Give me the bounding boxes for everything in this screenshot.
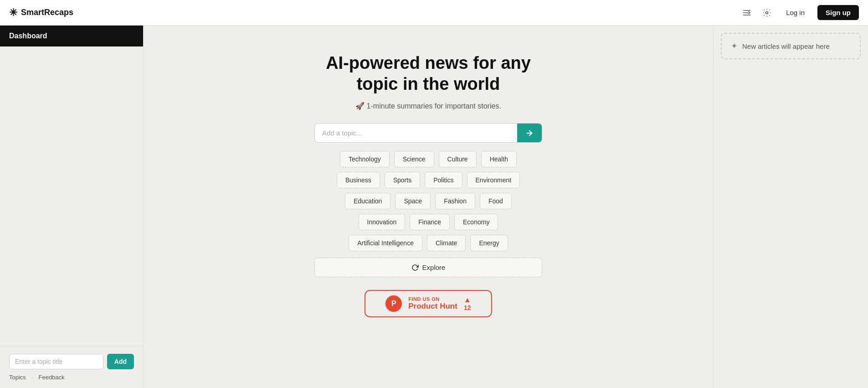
product-hunt-count: ▲ 12 [464, 296, 471, 311]
product-hunt-badge[interactable]: P FIND US ON Product Hunt ▲ 12 [365, 290, 492, 317]
main-content: AI-powered news for any topic in the wor… [144, 26, 713, 388]
topics-link[interactable]: Topics [9, 374, 26, 381]
svg-point-3 [766, 11, 768, 14]
signup-button[interactable]: Sign up [817, 5, 859, 20]
login-button[interactable]: Log in [781, 6, 810, 19]
topics-row-4: Innovation Finance Economy [314, 214, 542, 230]
topic-search-input[interactable] [315, 124, 517, 142]
search-submit-button[interactable] [517, 124, 542, 142]
explore-button[interactable]: Explore [314, 258, 542, 277]
topic-input[interactable] [9, 354, 103, 369]
topic-economy[interactable]: Economy [454, 214, 498, 230]
settings-icon-button[interactable] [760, 6, 773, 19]
topnav-right: Log in Sign up [740, 5, 859, 20]
topic-food[interactable]: Food [480, 193, 512, 209]
topics-grid: Technology Science Culture Health Busine… [314, 151, 542, 251]
logo-star-icon: ✳ [9, 7, 17, 19]
topics-row-1: Technology Science Culture Health [314, 151, 542, 167]
gear-icon [762, 8, 771, 17]
right-panel: ✦ New articles will appear here [713, 26, 868, 388]
topic-business[interactable]: Business [337, 172, 380, 188]
topic-technology[interactable]: Technology [340, 151, 390, 167]
topic-education[interactable]: Education [345, 193, 390, 209]
topic-space[interactable]: Space [395, 193, 431, 209]
add-topic-row: Add [9, 354, 134, 369]
product-hunt-logo: P [385, 295, 402, 312]
new-articles-text: New articles will appear here [742, 42, 830, 50]
topic-science[interactable]: Science [394, 151, 434, 167]
new-articles-box: ✦ New articles will appear here [721, 33, 861, 59]
topic-climate[interactable]: Climate [427, 235, 466, 251]
product-hunt-name: Product Hunt [408, 302, 457, 311]
list-icon-button[interactable] [740, 6, 753, 19]
topics-row-5: Artificial Intelligence Climate Energy [314, 235, 542, 251]
main-layout: Dashboard Add Topics · Feedback AI-power… [0, 0, 868, 388]
sidebar: Dashboard Add Topics · Feedback [0, 26, 144, 388]
topic-fashion[interactable]: Fashion [435, 193, 475, 209]
explore-label: Explore [422, 264, 446, 271]
topic-sports[interactable]: Sports [385, 172, 420, 188]
feedback-link[interactable]: Feedback [38, 374, 64, 381]
sidebar-footer: Add Topics · Feedback [0, 346, 143, 388]
upvote-arrow-icon: ▲ [464, 296, 471, 304]
logo-text: SmartRecaps [21, 8, 73, 17]
list-icon [742, 8, 751, 17]
search-bar [314, 123, 542, 143]
topic-innovation[interactable]: Innovation [359, 214, 406, 230]
topics-row-3: Education Space Fashion Food [314, 193, 542, 209]
logo: ✳ SmartRecaps [9, 7, 73, 19]
sidebar-links: Topics · Feedback [9, 374, 134, 381]
add-topic-button[interactable]: Add [107, 354, 134, 369]
refresh-icon [411, 264, 419, 271]
link-separator: · [31, 374, 33, 381]
topic-health[interactable]: Health [481, 151, 517, 167]
topic-politics[interactable]: Politics [425, 172, 462, 188]
topic-environment[interactable]: Environment [467, 172, 520, 188]
topics-row-2: Business Sports Politics Environment [314, 172, 542, 188]
hero-section: AI-powered news for any topic in the wor… [314, 53, 542, 317]
topic-artificial-intelligence[interactable]: Artificial Intelligence [349, 235, 422, 251]
product-hunt-letter: P [391, 300, 396, 308]
hero-subtitle: 🚀 1-minute summaries for important stori… [314, 102, 542, 110]
sparkle-icon: ✦ [731, 41, 738, 51]
topic-finance[interactable]: Finance [410, 214, 450, 230]
hero-title: AI-powered news for any topic in the wor… [314, 53, 542, 94]
topic-energy[interactable]: Energy [470, 235, 508, 251]
product-hunt-find-label: FIND US ON [408, 296, 457, 302]
dashboard-label: Dashboard [0, 26, 143, 47]
topic-culture[interactable]: Culture [439, 151, 477, 167]
top-navigation: ✳ SmartRecaps Log in Sign up [0, 0, 868, 26]
upvote-count: 12 [464, 304, 471, 311]
arrow-right-icon [525, 129, 534, 137]
product-hunt-text: FIND US ON Product Hunt [408, 296, 457, 311]
